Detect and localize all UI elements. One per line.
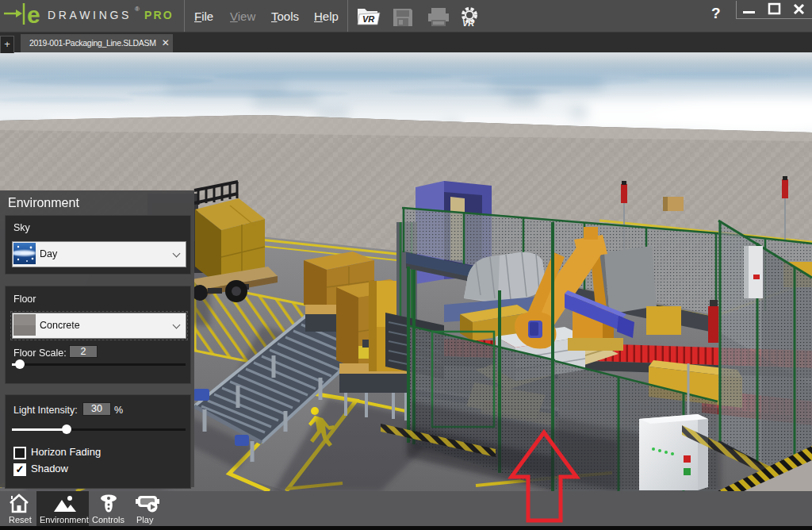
svg-text:PRO: PRO <box>144 9 174 21</box>
svg-text:VR: VR <box>362 14 374 24</box>
svg-text:®: ® <box>135 6 140 13</box>
svg-text:e: e <box>27 2 40 28</box>
svg-text:DRAWINGS: DRAWINGS <box>48 9 132 21</box>
svg-text:VR: VR <box>462 18 474 28</box>
